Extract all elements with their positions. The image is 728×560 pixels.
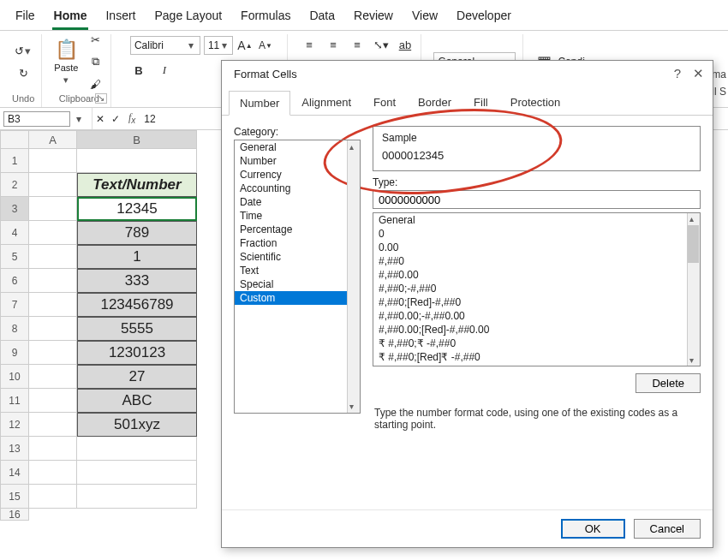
category-item[interactable]: Number xyxy=(235,154,360,168)
row-header[interactable]: 15 xyxy=(0,485,29,509)
cancel-entry-icon[interactable]: ✕ xyxy=(92,113,108,125)
category-item[interactable]: Special xyxy=(235,277,360,291)
clipboard-launcher-icon[interactable]: ↘ xyxy=(95,93,107,104)
table-header-cell[interactable]: Text/Number xyxy=(77,173,197,197)
category-item[interactable]: Scientific xyxy=(235,250,360,264)
bold-icon[interactable]: B xyxy=(130,62,147,79)
col-header[interactable]: A xyxy=(29,130,77,149)
category-list[interactable]: General Number Currency Accounting Date … xyxy=(234,140,361,414)
font-name-dropdown[interactable]: Calibri▾ xyxy=(130,36,200,55)
row-header[interactable]: 4 xyxy=(0,221,29,245)
paste-button[interactable]: 📋 Paste ▾ xyxy=(54,39,78,86)
dlg-tab-fill[interactable]: Fill xyxy=(462,90,499,115)
category-item-selected[interactable]: Custom xyxy=(235,291,360,305)
cell[interactable]: 5555 xyxy=(77,317,197,341)
format-item[interactable]: #,##0.00;-#,##0.00 xyxy=(373,309,700,323)
help-icon[interactable]: ? xyxy=(674,66,681,81)
category-item[interactable]: Fraction xyxy=(235,236,360,250)
font-size-dropdown[interactable]: 11▾ xyxy=(204,36,233,55)
format-item[interactable]: #,##0 xyxy=(373,254,700,268)
tab-home[interactable]: Home xyxy=(52,5,89,30)
formula-text[interactable]: 12 xyxy=(140,113,158,125)
row-header[interactable]: 6 xyxy=(0,269,29,293)
row-header[interactable]: 12 xyxy=(0,413,29,437)
row-header[interactable]: 7 xyxy=(0,293,29,317)
tab-data[interactable]: Data xyxy=(307,5,337,30)
tab-view[interactable]: View xyxy=(410,5,439,30)
format-item[interactable]: #,##0.00;[Red]-#,##0.00 xyxy=(373,323,700,337)
select-all-corner[interactable] xyxy=(0,130,29,149)
cell[interactable]: 501xyz xyxy=(77,413,197,437)
format-item[interactable]: General xyxy=(373,213,700,227)
format-item[interactable]: 0 xyxy=(373,227,700,241)
row-header[interactable]: 14 xyxy=(0,461,29,485)
col-header[interactable]: B xyxy=(77,130,197,149)
orientation-icon[interactable]: ⤡▾ xyxy=(373,36,390,53)
dlg-tab-border[interactable]: Border xyxy=(407,90,462,115)
enter-entry-icon[interactable]: ✓ xyxy=(108,113,123,125)
tab-insert[interactable]: Insert xyxy=(104,5,137,30)
format-item[interactable]: #,##0;-#,##0 xyxy=(373,282,700,295)
format-item[interactable]: #,##0.00 xyxy=(373,268,700,282)
row-header[interactable]: 2 xyxy=(0,173,29,197)
category-item[interactable]: Text xyxy=(235,264,360,277)
tab-developer[interactable]: Developer xyxy=(455,5,513,30)
scrollbar[interactable] xyxy=(687,213,700,366)
delete-button[interactable]: Delete xyxy=(636,373,701,393)
format-item[interactable]: ₹ #,##0;[Red]₹ -#,##0 xyxy=(373,350,700,364)
dlg-tab-number[interactable]: Number xyxy=(229,91,290,116)
dlg-tab-font[interactable]: Font xyxy=(362,90,407,115)
increase-font-icon[interactable]: A▲ xyxy=(236,37,254,54)
align-bottom-icon[interactable]: ≡ xyxy=(349,36,366,53)
tab-formulas[interactable]: Formulas xyxy=(239,5,292,30)
decrease-font-icon[interactable]: A▼ xyxy=(257,37,274,54)
close-icon[interactable]: ✕ xyxy=(693,66,704,81)
cell[interactable]: ABC xyxy=(77,389,197,413)
cell-b3[interactable]: 12345 xyxy=(77,197,197,221)
category-item[interactable]: Time xyxy=(235,209,360,223)
format-item[interactable]: ₹ #,##0;₹ -#,##0 xyxy=(373,337,700,350)
row-header[interactable]: 1 xyxy=(0,149,29,173)
undo-icon[interactable]: ↺▾ xyxy=(15,42,32,59)
format-painter-icon[interactable]: 🖌 xyxy=(87,75,104,92)
row-header[interactable]: 9 xyxy=(0,341,29,365)
cell[interactable]: 789 xyxy=(77,221,197,245)
format-item[interactable]: #,##0;[Red]-#,##0 xyxy=(373,295,700,309)
tab-file[interactable]: File xyxy=(14,5,37,30)
tab-page-layout[interactable]: Page Layout xyxy=(152,5,224,30)
align-top-icon[interactable]: ≡ xyxy=(301,36,318,53)
format-item[interactable]: 0.00 xyxy=(373,241,700,254)
cell[interactable]: 333 xyxy=(77,269,197,293)
align-middle-icon[interactable]: ≡ xyxy=(325,36,342,53)
row-header[interactable]: 11 xyxy=(0,389,29,413)
wrap-text-icon[interactable]: ab xyxy=(397,36,414,53)
format-item[interactable]: ₹ #,##0.00;₹ -#,##0.00 xyxy=(373,364,700,366)
name-box[interactable]: B3 xyxy=(3,111,70,127)
dlg-tab-protection[interactable]: Protection xyxy=(499,90,572,115)
tab-review[interactable]: Review xyxy=(352,5,395,30)
category-item[interactable]: General xyxy=(235,140,360,154)
cell[interactable]: 1 xyxy=(77,245,197,269)
dlg-tab-alignment[interactable]: Alignment xyxy=(290,90,362,115)
cell[interactable]: 123456789 xyxy=(77,293,197,317)
italic-icon[interactable]: I xyxy=(156,62,173,79)
cut-icon[interactable]: ✂ xyxy=(87,31,104,48)
row-header[interactable]: 8 xyxy=(0,317,29,341)
category-item[interactable]: Percentage xyxy=(235,223,360,236)
row-header[interactable]: 3 xyxy=(0,197,29,221)
row-header[interactable]: 13 xyxy=(0,437,29,461)
name-box-dropdown-icon[interactable]: ▾ xyxy=(74,113,84,125)
row-header[interactable]: 10 xyxy=(0,365,29,389)
row-header[interactable]: 5 xyxy=(0,245,29,269)
category-item[interactable]: Date xyxy=(235,195,360,209)
type-input[interactable] xyxy=(373,190,701,209)
cell[interactable]: 1230123 xyxy=(77,341,197,365)
row-header[interactable]: 16 xyxy=(0,509,29,521)
ok-button[interactable]: OK xyxy=(561,519,625,539)
copy-icon[interactable]: ⧉ xyxy=(87,53,104,70)
category-item[interactable]: Accounting xyxy=(235,182,360,195)
format-list[interactable]: General 0 0.00 #,##0 #,##0.00 #,##0;-#,#… xyxy=(373,212,701,366)
fx-icon[interactable]: fx xyxy=(123,111,140,125)
scrollbar[interactable] xyxy=(347,140,360,413)
cancel-button[interactable]: Cancel xyxy=(634,519,701,539)
